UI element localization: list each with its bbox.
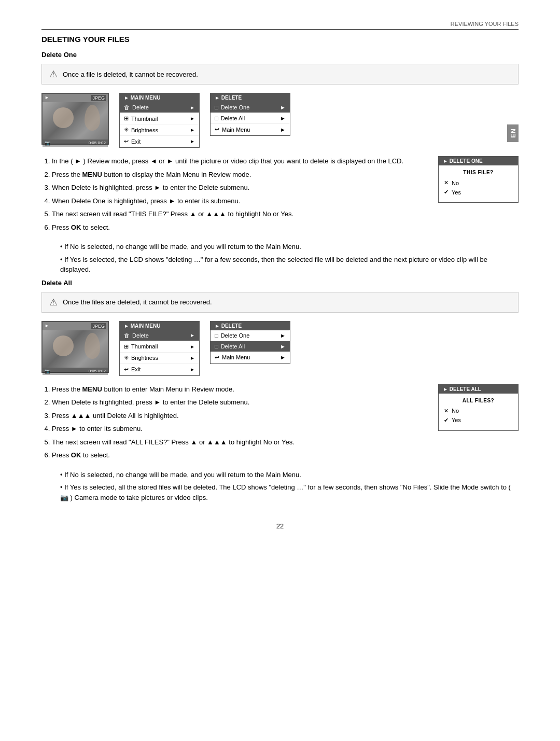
dialog-all-body: ALL FILES? ✕ No ✔ Yes xyxy=(439,394,518,430)
menu-arrow-8: ► xyxy=(190,367,195,372)
menu-arrow-2: ► xyxy=(190,116,195,121)
delete-one-icon: □ xyxy=(215,104,218,110)
item-left: ⊞ Thumbnail xyxy=(124,115,158,122)
menu-brightness-label-2: Brightness xyxy=(131,355,158,361)
menu-item-delete-1: 🗑 Delete ► xyxy=(120,102,199,113)
delete-all-steps-area: ► DELETE ALL ALL FILES? ✕ No ✔ Yes xyxy=(41,384,519,507)
dialog-one-header-text: ► DELETE ONE xyxy=(443,158,483,164)
dialog-all-header-text: ► DELETE ALL xyxy=(443,386,481,392)
delete-arrow-5: ► xyxy=(280,343,286,349)
section-label: REVIEWING YOUR FILES xyxy=(451,21,519,27)
item-left: □ Delete All xyxy=(215,115,245,121)
menu-arrow-5: ► xyxy=(190,332,195,338)
lcd-bottom-text: 0:05 0:02 xyxy=(89,141,106,146)
no-label: No xyxy=(452,180,459,186)
delete-all-item-1: □ Delete All ► xyxy=(211,113,290,124)
delete-all-dialog: ► DELETE ALL ALL FILES? ✕ No ✔ Yes xyxy=(438,384,519,431)
item-left: ↩ Exit xyxy=(124,366,141,373)
lcd-bottom-bar-2: 📷 0:05 0:02 xyxy=(43,368,108,375)
lcd-image xyxy=(43,102,108,139)
page-wrapper: EN REVIEWING YOUR FILES DELETING YOUR FI… xyxy=(41,21,519,530)
bullet-1: If No is selected, no change will be mad… xyxy=(60,242,519,252)
page-header: REVIEWING YOUR FILES xyxy=(41,21,519,30)
return-icon-2: ↩ xyxy=(215,354,219,361)
dialog-all-header: ► DELETE ALL xyxy=(439,385,518,394)
lcd-bottom-bar: 📷 0:05 0:02 xyxy=(43,139,108,147)
bullet-all-1: If No is selected, no change will be mad… xyxy=(60,470,519,480)
dialog-all-yes-option: ✔ Yes xyxy=(444,417,513,424)
delete-menu-header-2: ► DELETE xyxy=(211,321,290,330)
delete-submenu-1: ► DELETE □ Delete One ► □ Delete All ► xyxy=(210,93,290,136)
warning-icon-2: ⚠ xyxy=(49,297,58,308)
bullet-all-2: If Yes is selected, all the stored files… xyxy=(60,482,519,502)
menu-item-thumbnail-1: ⊞ Thumbnail ► xyxy=(120,113,199,124)
delete-menu-header-text-1: ► DELETE xyxy=(215,95,242,101)
no-label-2: No xyxy=(452,408,459,414)
lcd-cam-icon-2: 📷 xyxy=(45,369,50,374)
delete-one-screenshots: ► JPEG 📷 0:05 0:02 ► MAIN MENU 🗑 Delet xyxy=(41,93,519,148)
no-icon-2: ✕ xyxy=(444,408,449,414)
delete-arrow-3: ► xyxy=(280,127,286,133)
trash-icon-2: 🗑 xyxy=(124,332,130,339)
delete-one-section: Delete One ⚠ Once a file is deleted, it … xyxy=(41,51,519,279)
sun-icon-2: ✳ xyxy=(124,355,129,361)
menu-brightness-label-1: Brightness xyxy=(131,127,158,133)
grid-icon-2: ⊞ xyxy=(124,343,129,350)
delete-all-icon: □ xyxy=(215,115,218,121)
main-menu-header-2: ► MAIN MENU xyxy=(120,321,199,330)
delete-one-item: □ Delete One ► xyxy=(211,102,290,113)
page-number: 22 xyxy=(41,522,519,530)
menu-arrow-3: ► xyxy=(190,127,195,133)
delete-all-dialog-float: ► DELETE ALL ALL FILES? ✕ No ✔ Yes xyxy=(438,384,519,431)
main-menu-return-1: ↩ Main Menu ► xyxy=(211,124,290,135)
delete-one-warning: ⚠ Once a file is deleted, it cannot be r… xyxy=(41,64,519,85)
item-left: ✳ Brightness xyxy=(124,127,158,133)
bullet-2: If Yes is selected, the LCD shows "delet… xyxy=(60,255,519,275)
item-left: 🗑 Delete xyxy=(124,104,149,110)
item-left: □ Delete All xyxy=(215,343,245,349)
delete-submenu-2: ► DELETE □ Delete One ► □ Delete All ► xyxy=(210,321,290,364)
delete-all-section: Delete All ⚠ Once the files are deleted,… xyxy=(41,279,519,507)
delete-all-label-2: Delete All xyxy=(221,343,245,349)
item-left: ↩ Exit xyxy=(124,138,141,145)
delete-one-bullets: If No is selected, no change will be mad… xyxy=(60,242,519,275)
step-6: Press OK to select. xyxy=(52,222,519,233)
exit-icon-2: ↩ xyxy=(124,366,129,373)
delete-arrow-1: ► xyxy=(280,104,286,110)
menu-exit-label-2: Exit xyxy=(131,366,141,372)
lcd-top-bar: ► JPEG xyxy=(43,94,108,102)
lcd-image-2 xyxy=(43,330,108,368)
delete-menu-header-text-2: ► DELETE xyxy=(215,323,242,329)
dialog-one-header: ► DELETE ONE xyxy=(439,157,518,165)
trash-icon-1: 🗑 xyxy=(124,104,130,110)
item-left: 🗑 Delete xyxy=(124,332,149,339)
dialog-yes-option: ✔ Yes xyxy=(444,189,513,195)
main-menu-return-2: ↩ Main Menu ► xyxy=(211,352,290,363)
delete-one-icon-2: □ xyxy=(215,332,218,339)
item-left: ↩ Main Menu xyxy=(215,126,250,133)
item-left: □ Delete One xyxy=(215,332,249,339)
delete-one-item-2: □ Delete One ► xyxy=(211,330,290,341)
menu-arrow-7: ► xyxy=(190,355,195,361)
main-menu-box-1: ► MAIN MENU 🗑 Delete ► ⊞ Thumbnail ► xyxy=(119,93,200,148)
warning-icon: ⚠ xyxy=(49,68,58,80)
main-menu-label-2: Main Menu xyxy=(222,354,250,360)
menu-item-brightness-1: ✳ Brightness ► xyxy=(120,124,199,136)
delete-one-label: Delete One xyxy=(221,104,250,110)
yes-icon-2: ✔ xyxy=(444,417,449,424)
yes-icon: ✔ xyxy=(444,189,449,195)
camera-lcd-2: ► JPEG 📷 0:05 0:02 xyxy=(41,321,109,373)
lcd-jpeg-label-2: JPEG xyxy=(91,323,106,329)
delete-menu-header-1: ► DELETE xyxy=(211,93,290,102)
en-tab: EN xyxy=(507,124,519,142)
menu-thumbnail-label-1: Thumbnail xyxy=(131,116,158,122)
step-5: The next screen will read "THIS FILE?" P… xyxy=(52,209,519,219)
main-menu-label-1: Main Menu xyxy=(222,127,250,133)
no-icon: ✕ xyxy=(444,179,449,186)
item-left: ✳ Brightness xyxy=(124,355,158,361)
delete-one-dialog: ► DELETE ONE THIS FILE? ✕ No ✔ Yes xyxy=(438,156,519,203)
delete-all-warning: ⚠ Once the files are deleted, it cannot … xyxy=(41,292,519,313)
menu-delete-label-2: Delete xyxy=(132,332,149,339)
camera-lcd-1: ► JPEG 📷 0:05 0:02 xyxy=(41,93,109,145)
yes-label-2: Yes xyxy=(452,417,461,423)
